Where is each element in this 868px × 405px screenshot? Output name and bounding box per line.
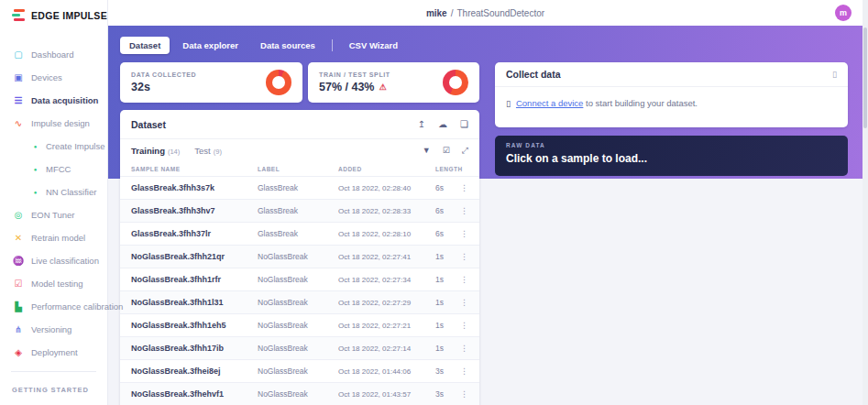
upload-icon[interactable]: ↥	[418, 119, 425, 129]
breadcrumb-project[interactable]: ThreatSoundDetector	[456, 8, 544, 18]
row-menu-icon[interactable]: ⋮	[457, 206, 468, 215]
length-cell: 1s	[435, 275, 457, 284]
row-menu-icon[interactable]: ⋮	[457, 367, 468, 376]
sidebar: EDGE IMPULSE ▢Dashboard▣Devices☰Data acq…	[0, 0, 108, 405]
breadcrumb-separator: /	[451, 8, 454, 18]
table-row[interactable]: NoGlassBreak.3fhh1eh5NoGlassBreakOct 18 …	[120, 313, 479, 336]
sidebar-item-label: NN Classifier	[46, 187, 96, 197]
dashboard-icon: ▢	[12, 49, 25, 60]
step-dot-icon: ●	[31, 167, 39, 172]
sidebar-item-model-testing[interactable]: ☑Model testing	[0, 272, 107, 295]
table-row[interactable]: GlassBreak.3fhh3s7kGlassBreakOct 18 2022…	[120, 176, 479, 199]
tab-data-explorer[interactable]: Data explorer	[173, 37, 247, 54]
table-row[interactable]: NoGlassBreak.3fhh17ibNoGlassBreakOct 18 …	[120, 336, 479, 359]
dataset-tab-label: Training	[131, 146, 165, 156]
expand-icon[interactable]: ⤢	[462, 146, 468, 156]
length-cell: 3s	[435, 389, 457, 399]
user-avatar[interactable]: m	[835, 5, 852, 21]
collect-data-card: Collect data ▯ ▯ Connect a device to sta…	[495, 62, 848, 127]
sidebar-item-label: Model testing	[31, 279, 83, 289]
train-test-split-value: 57% / 43%	[319, 81, 374, 93]
raw-data-message: Click on a sample to load...	[506, 152, 837, 165]
length-cell: 6s	[435, 229, 457, 238]
table-row[interactable]: NoGlassBreak.3fhehvf1NoGlassBreakOct 18 …	[120, 382, 479, 405]
row-menu-icon[interactable]: ⋮	[457, 229, 468, 238]
filter-icon[interactable]: ▼	[423, 146, 431, 156]
table-row[interactable]: NoGlassBreak.3fhh1l31NoGlassBreakOct 18 …	[120, 290, 479, 313]
table-row[interactable]: NoGlassBreak.3fhh21qrNoGlassBreakOct 18 …	[120, 245, 479, 268]
sidebar-item-documentation[interactable]: ❏Documentation	[0, 400, 107, 405]
sidebar-item-label: Dashboard	[31, 49, 73, 60]
sidebar-item-versioning[interactable]: ⋔Versioning	[0, 318, 107, 341]
sidebar-item-performance-calibration[interactable]: ▙Performance calibration	[0, 295, 107, 318]
column-label: LABEL	[258, 166, 338, 172]
sidebar-item-eon-tuner[interactable]: ◎EON Tuner	[0, 203, 107, 226]
warning-icon[interactable]: ⚠	[379, 82, 386, 92]
added-cell: Oct 18 2022, 02:27:21	[338, 322, 435, 330]
sample-name-cell: NoGlassBreak.3fhh17ib	[131, 344, 258, 353]
select-multiple-icon[interactable]: ☑	[443, 146, 450, 156]
dataset-tab-training[interactable]: Training(14)	[131, 146, 180, 156]
scrollbar-thumb[interactable]	[863, 27, 867, 128]
added-cell: Oct 18 2022, 02:27:41	[338, 253, 435, 261]
table-header-row: SAMPLE NAME LABEL ADDED LENGTH	[120, 162, 479, 176]
sidebar-item-dashboard[interactable]: ▢Dashboard	[0, 43, 107, 66]
table-row[interactable]: NoGlassBreak.3fhei8ejNoGlassBreakOct 18 …	[120, 359, 479, 382]
sidebar-item-live-classification[interactable]: ♒Live classification	[0, 249, 107, 272]
row-menu-icon[interactable]: ⋮	[457, 298, 468, 307]
tab-dataset[interactable]: Dataset	[120, 37, 170, 54]
sidebar-item-label: Versioning	[31, 324, 71, 334]
row-menu-icon[interactable]: ⋮	[457, 389, 468, 399]
table-row[interactable]: NoGlassBreak.3fhh1rfrNoGlassBreakOct 18 …	[120, 268, 479, 290]
label-cell: NoGlassBreak	[258, 367, 338, 376]
row-menu-icon[interactable]: ⋮	[457, 275, 468, 284]
table-row[interactable]: GlassBreak.3fhh37lrGlassBreakOct 18 2022…	[120, 222, 479, 245]
length-cell: 1s	[435, 321, 457, 330]
sidebar-item-deployment[interactable]: ◈Deployment	[0, 341, 107, 364]
sidebar-item-nn-classifier[interactable]: ●NN Classifier	[0, 181, 107, 203]
sidebar-item-create-impulse[interactable]: ●Create Impulse	[0, 135, 107, 158]
sidebar-item-devices[interactable]: ▣Devices	[0, 66, 107, 89]
sidebar-item-impulse-design[interactable]: ∿Impulse design	[0, 112, 107, 135]
performance-calibration-icon: ▙	[12, 301, 25, 312]
dataset-tab-test[interactable]: Test(9)	[194, 146, 222, 156]
dataset-tab-count: (9)	[214, 148, 222, 156]
row-menu-icon[interactable]: ⋮	[457, 344, 468, 353]
main-content: DatasetData explorerData sourcesCSV Wiza…	[108, 26, 863, 405]
cloud-icon[interactable]: ☁	[438, 119, 447, 129]
column-added: ADDED	[338, 166, 435, 172]
dataset-header-icons: ↥☁❏	[418, 119, 468, 129]
device-icon[interactable]: ▯	[832, 70, 837, 79]
breadcrumb-user[interactable]: mike	[426, 8, 447, 18]
row-menu-icon[interactable]: ⋮	[457, 183, 468, 192]
length-cell: 6s	[435, 206, 457, 215]
tab-data-sources[interactable]: Data sources	[251, 37, 324, 54]
tab-csv-wizard[interactable]: CSV Wizard	[340, 37, 407, 54]
model-testing-icon: ☑	[12, 279, 25, 289]
length-cell: 6s	[435, 183, 457, 192]
length-cell: 1s	[435, 252, 457, 261]
step-dot-icon: ●	[31, 144, 39, 149]
sample-name-cell: NoGlassBreak.3fhei8ej	[131, 367, 258, 376]
connect-a-device-link[interactable]: Connect a device	[516, 98, 583, 108]
table-row[interactable]: GlassBreak.3fhh3hv7GlassBreakOct 18 2022…	[120, 199, 479, 222]
row-menu-icon[interactable]: ⋮	[457, 252, 468, 261]
sidebar-item-label: Impulse design	[31, 118, 90, 128]
added-cell: Oct 18 2022, 01:43:57	[338, 390, 435, 399]
file-icon[interactable]: ❏	[460, 119, 468, 129]
step-dot-icon: ●	[31, 190, 39, 195]
added-cell: Oct 18 2022, 01:44:06	[338, 367, 435, 376]
sample-name-cell: GlassBreak.3fhh3hv7	[131, 206, 258, 215]
sidebar-item-label: Deployment	[31, 347, 78, 357]
sidebar-item-retrain-model[interactable]: ✕Retrain model	[0, 226, 107, 249]
sidebar-divider	[11, 371, 96, 372]
sample-name-cell: NoGlassBreak.3fhh21qr	[131, 252, 258, 261]
sidebar-item-data-acquisition[interactable]: ☰Data acquisition	[0, 89, 107, 112]
sidebar-item-mfcc[interactable]: ●MFCC	[0, 158, 107, 181]
edge-impulse-logo[interactable]: EDGE IMPULSE	[0, 0, 107, 21]
dataset-tab-label: Test	[194, 146, 210, 156]
row-menu-icon[interactable]: ⋮	[457, 321, 468, 330]
raw-data-label: RAW DATA	[506, 142, 837, 148]
label-cell: NoGlassBreak	[258, 344, 338, 353]
added-cell: Oct 18 2022, 02:27:14	[338, 345, 435, 353]
